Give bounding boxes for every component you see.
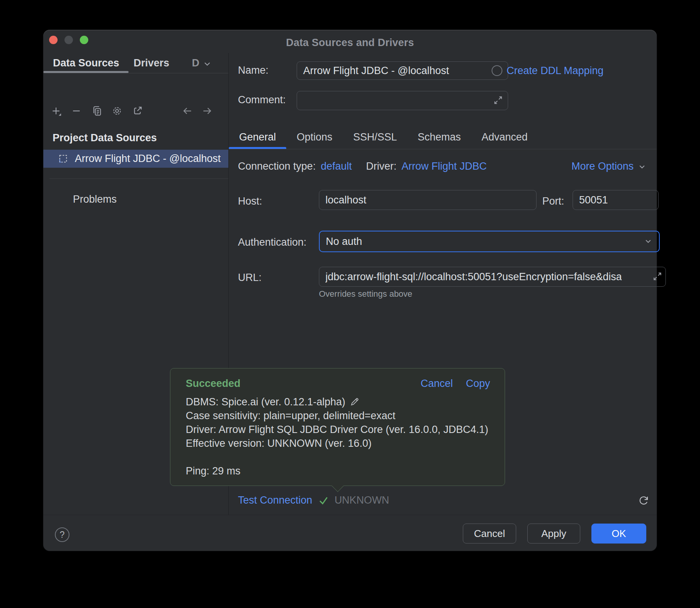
duplicate-icon[interactable]: [91, 105, 102, 117]
chevron-down-icon[interactable]: [201, 58, 213, 69]
comment-label: Comment:: [238, 94, 286, 106]
export-icon[interactable]: [132, 105, 143, 117]
help-glyph: ?: [60, 530, 65, 540]
popup-line-case: Case sensitivity: plain=upper, delimited…: [186, 409, 490, 423]
url-input[interactable]: jdbc:arrow-flight-sql://localhost:50051?…: [319, 267, 666, 287]
comment-input[interactable]: [297, 91, 508, 110]
connection-type-label: Connection type:: [238, 160, 316, 172]
gear-icon[interactable]: [111, 105, 123, 117]
driver-value-link[interactable]: Arrow Flight JDBC: [401, 160, 487, 172]
sidebar-toolbar: [50, 105, 143, 117]
authentication-value: No auth: [326, 236, 362, 248]
tabbar-divider: [229, 149, 657, 149]
footer-buttons: Cancel Apply OK: [463, 524, 646, 544]
popup-line-driver: Driver: Arrow Flight SQL JDBC Driver Cor…: [186, 423, 490, 436]
tab-data-sources[interactable]: Data Sources: [53, 53, 119, 73]
selected-tab-underline: [43, 71, 129, 73]
tab-drivers[interactable]: Drivers: [134, 53, 169, 73]
connection-status: UNKNOWN: [335, 494, 390, 506]
tab-label: Advanced: [482, 131, 528, 143]
popup-line-blank: [186, 450, 490, 464]
popup-actions: Cancel Copy: [421, 378, 490, 390]
tab-schemas[interactable]: Schemas: [407, 129, 471, 149]
authentication-label: Authentication:: [238, 236, 307, 248]
tab-label: General: [239, 131, 276, 143]
tab-advanced[interactable]: Advanced: [471, 129, 538, 149]
tab-label: Options: [297, 131, 332, 143]
test-connection-row: Test Connection UNKNOWN: [238, 494, 389, 506]
more-options-link[interactable]: More Options: [571, 160, 634, 172]
port-input[interactable]: 50051: [573, 190, 659, 210]
port-label: Port:: [542, 195, 564, 207]
url-note: Overrides settings above: [319, 289, 412, 299]
sidebar-tab-bar: Data Sources Drivers D: [43, 53, 228, 73]
tab-ssh-ssl[interactable]: SSH/SSL: [343, 129, 407, 149]
url-value: jdbc:arrow-flight-sql://localhost:50051?…: [325, 271, 622, 283]
settings-tab-bar: General Options SSH/SSL Schemas Advanced: [229, 129, 538, 149]
list-item-data-source[interactable]: Arrow Flight JDBC - @localhost: [43, 150, 228, 168]
tab-general[interactable]: General: [229, 129, 286, 149]
name-value: Arrow Flight JDBC - @localhost: [303, 65, 449, 77]
status-succeeded: Succeeded: [186, 378, 241, 390]
undo-icon[interactable]: [637, 494, 650, 507]
ok-button[interactable]: OK: [591, 524, 646, 544]
port-value: 50051: [579, 194, 608, 206]
name-label: Name:: [238, 64, 269, 76]
chevron-down-icon: [643, 236, 654, 246]
sidebar-item-problems[interactable]: Problems: [73, 193, 117, 205]
popup-line-dbms: DBMS: Spice.ai (ver. 0.12.1-alpha): [186, 395, 490, 409]
check-icon: [318, 495, 329, 506]
more-options[interactable]: More Options: [571, 160, 647, 172]
history-nav: [182, 105, 213, 117]
help-icon[interactable]: ?: [55, 527, 69, 542]
data-sources-dialog: Data Sources and Drivers Data Sources Dr…: [43, 30, 657, 551]
section-title: Project Data Sources: [53, 132, 157, 144]
popup-line-version: Effective version: UNKNOWN (ver. 16.0): [186, 436, 490, 450]
add-icon[interactable]: [50, 105, 62, 117]
tab-label: Schemas: [418, 131, 461, 143]
tab-overflow-truncated[interactable]: D: [192, 53, 200, 73]
test-connection-link[interactable]: Test Connection: [238, 494, 312, 506]
popup-body: DBMS: Spice.ai (ver. 0.12.1-alpha) Case …: [186, 395, 490, 478]
connection-type-value-link[interactable]: default: [321, 160, 352, 172]
back-arrow-icon[interactable]: [182, 105, 193, 117]
titlebar: Data Sources and Drivers: [43, 30, 657, 53]
dialog-footer: ? Cancel Apply OK: [43, 515, 657, 551]
test-connection-popup: Succeeded Cancel Copy DBMS: Spice.ai (ve…: [170, 368, 505, 486]
create-ddl-mapping-link[interactable]: Create DDL Mapping: [507, 65, 604, 77]
dbms-text: DBMS: Spice.ai (ver. 0.12.1-alpha): [186, 395, 345, 409]
apply-button[interactable]: Apply: [527, 524, 580, 544]
popup-line-ping: Ping: 29 ms: [186, 464, 490, 478]
data-source-icon: [58, 154, 68, 164]
popup-copy-link[interactable]: Copy: [466, 378, 490, 390]
host-label: Host:: [238, 195, 262, 207]
popup-header: Succeeded Cancel Copy: [186, 378, 490, 390]
forward-arrow-icon[interactable]: [201, 105, 213, 117]
tab-options[interactable]: Options: [286, 129, 343, 149]
pencil-icon[interactable]: [349, 397, 360, 407]
url-label: URL:: [238, 272, 262, 284]
authentication-select[interactable]: No auth: [319, 231, 660, 252]
chevron-down-icon: [637, 161, 647, 172]
color-circle-icon[interactable]: [492, 65, 502, 76]
data-source-label: Arrow Flight JDBC - @localhost: [75, 153, 221, 165]
driver-label: Driver:: [366, 160, 397, 172]
name-input[interactable]: Arrow Flight JDBC - @localhost: [297, 61, 508, 80]
host-value: localhost: [325, 194, 367, 206]
tab-label: SSH/SSL: [353, 131, 397, 143]
popup-cancel-link[interactable]: Cancel: [421, 378, 453, 390]
expand-icon[interactable]: [652, 271, 663, 282]
expand-icon[interactable]: [492, 94, 504, 106]
window-title: Data Sources and Drivers: [43, 30, 657, 53]
remove-icon[interactable]: [71, 105, 82, 117]
host-input[interactable]: localhost: [319, 190, 537, 210]
cancel-button[interactable]: Cancel: [463, 524, 516, 544]
connection-type-row: Connection type: default Driver: Arrow F…: [238, 160, 487, 172]
sidebar-divider: [50, 178, 228, 179]
